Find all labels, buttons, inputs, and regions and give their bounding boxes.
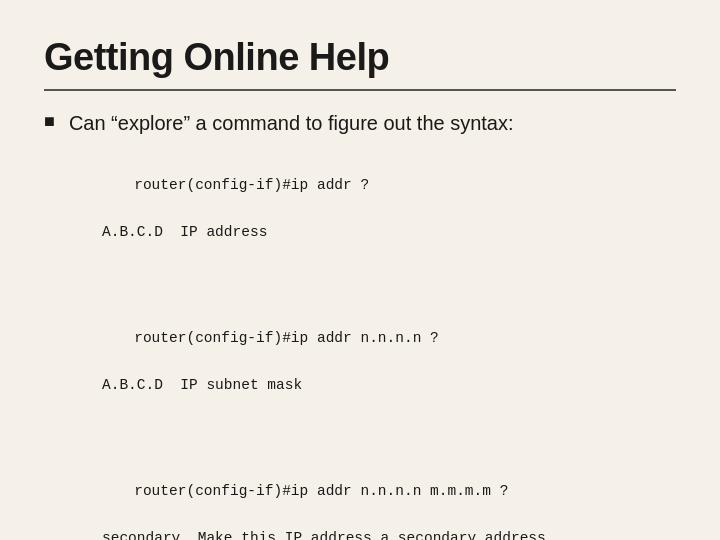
code-line: A.B.C.D IP address [82,221,676,244]
code-block-2: router(config-if)#ip addr n.n.n.n ? A.B.… [82,304,676,443]
code-line: secondary Make this IP address a seconda… [82,527,676,540]
slide: Getting Online Help ■ Can “explore” a co… [0,0,720,540]
bullet-item: ■ Can “explore” a command to figure out … [44,109,676,137]
slide-title: Getting Online Help [44,36,676,79]
code-line: router(config-if)#ip addr ? [134,177,369,193]
code-block-1: router(config-if)#ip addr ? A.B.C.D IP a… [82,151,676,290]
content-area: ■ Can “explore” a command to figure out … [44,109,676,540]
bullet-marker: ■ [44,111,55,132]
code-block-3: router(config-if)#ip addr n.n.n.n m.m.m.… [82,457,676,540]
code-line: A.B.C.D IP subnet mask [82,374,676,397]
title-area: Getting Online Help [44,36,676,91]
code-line: router(config-if)#ip addr n.n.n.n m.m.m.… [134,483,508,499]
code-line: router(config-if)#ip addr n.n.n.n ? [134,330,439,346]
bullet-text: Can “explore” a command to figure out th… [69,109,514,137]
